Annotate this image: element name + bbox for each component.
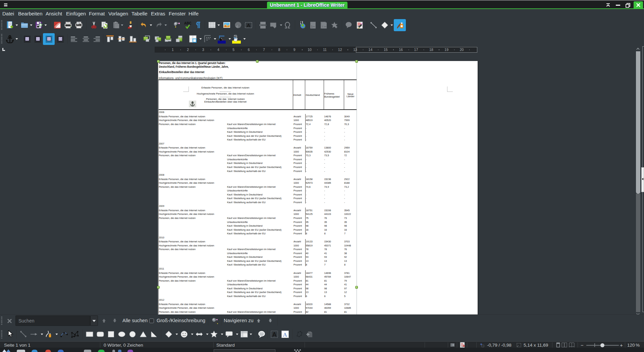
svg-text:ABC: ABC	[184, 21, 192, 25]
svg-text:i: i	[322, 25, 323, 28]
svg-text:1: 1	[311, 25, 313, 28]
svg-text:A: A	[247, 22, 251, 28]
svg-text:A: A	[272, 331, 277, 338]
svg-text:A: A	[283, 332, 287, 338]
